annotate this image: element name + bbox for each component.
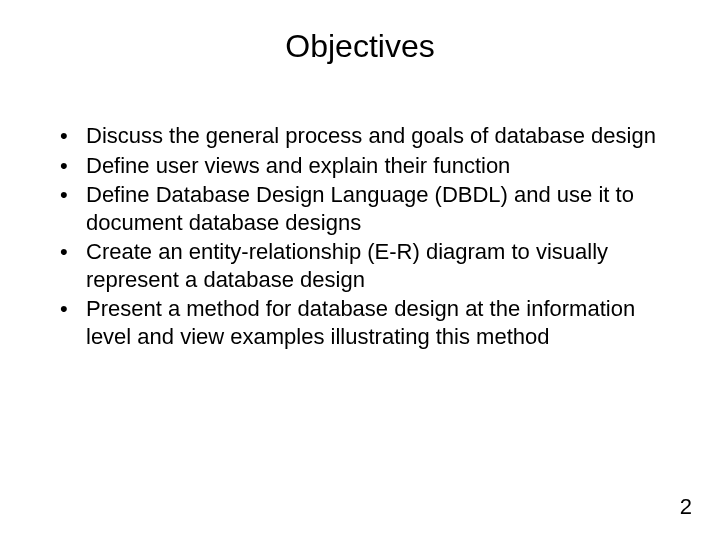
bullet-text: Define user views and explain their func…: [86, 153, 510, 178]
list-item: Create an entity-relationship (E-R) diag…: [54, 238, 666, 293]
bullet-text: Define Database Design Language (DBDL) a…: [86, 182, 634, 235]
bullet-text: Discuss the general process and goals of…: [86, 123, 656, 148]
slide-body: Discuss the general process and goals of…: [54, 122, 666, 352]
list-item: Define Database Design Language (DBDL) a…: [54, 181, 666, 236]
list-item: Present a method for database design at …: [54, 295, 666, 350]
slide: Objectives Discuss the general process a…: [0, 0, 720, 540]
bullet-list: Discuss the general process and goals of…: [54, 122, 666, 350]
page-number: 2: [680, 494, 692, 520]
list-item: Define user views and explain their func…: [54, 152, 666, 180]
bullet-text: Present a method for database design at …: [86, 296, 635, 349]
list-item: Discuss the general process and goals of…: [54, 122, 666, 150]
slide-title: Objectives: [0, 28, 720, 65]
bullet-text: Create an entity-relationship (E-R) diag…: [86, 239, 608, 292]
